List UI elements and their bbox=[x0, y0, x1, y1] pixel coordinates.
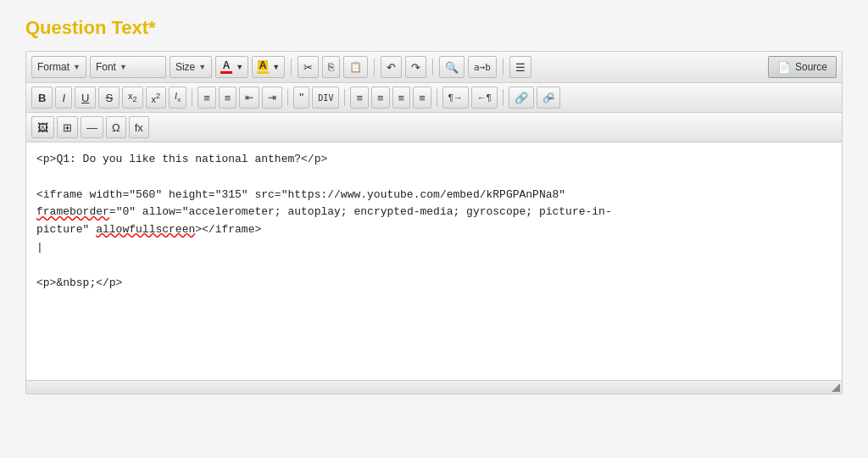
italic-icon: I bbox=[62, 92, 65, 104]
rtl-button[interactable]: ←¶ bbox=[471, 87, 498, 109]
horizontal-rule-button[interactable]: ― bbox=[81, 116, 103, 138]
link-icon: 🔗 bbox=[515, 92, 528, 104]
find-icon: 🔍 bbox=[445, 61, 459, 74]
format-select[interactable]: Format ▼ bbox=[31, 56, 86, 78]
content-line-5: picture" allowfullscreen></iframe> bbox=[36, 221, 832, 239]
size-select[interactable]: Size ▼ bbox=[170, 56, 212, 78]
indent-icon: ⇥ bbox=[268, 92, 276, 103]
outdent-button[interactable]: ⇤ bbox=[239, 87, 259, 109]
special-char-icon: Ω bbox=[112, 121, 120, 134]
font-color-icon: A bbox=[220, 60, 232, 74]
font-arrow-icon: ▼ bbox=[120, 63, 127, 71]
find-button[interactable]: 🔍 bbox=[439, 56, 465, 78]
redo-button[interactable]: ↷ bbox=[405, 56, 426, 78]
size-arrow-icon: ▼ bbox=[198, 63, 206, 71]
content-line-8: <p>&nbsp;</p> bbox=[36, 275, 832, 293]
spell-error-frameborder: frameborder bbox=[36, 205, 109, 218]
unlink-button[interactable]: 🔗̶ bbox=[537, 87, 560, 109]
hr-icon: ― bbox=[86, 121, 97, 134]
undo-icon: ↶ bbox=[387, 61, 396, 74]
image-icon: 🖼 bbox=[37, 121, 48, 134]
separator-4 bbox=[503, 59, 504, 75]
paste-button[interactable]: 📋 bbox=[343, 56, 368, 78]
content-line-2 bbox=[36, 169, 832, 187]
font-color-button[interactable]: A ▼ bbox=[215, 56, 248, 78]
align-center-icon: ≡ bbox=[377, 92, 384, 104]
div-button[interactable]: DIV bbox=[312, 87, 339, 109]
outdent-icon: ⇤ bbox=[245, 92, 253, 103]
justify-icon: ≡ bbox=[419, 92, 426, 104]
resize-handle[interactable] bbox=[832, 383, 840, 392]
separator-6 bbox=[287, 89, 288, 106]
find-replace-button[interactable]: a→b bbox=[468, 56, 497, 78]
align-left-icon: ≡ bbox=[356, 92, 363, 104]
content-line-1: <p>Q1: Do you like this national anthem?… bbox=[36, 151, 832, 169]
separator-1 bbox=[291, 59, 292, 75]
ltr-button[interactable]: ¶→ bbox=[442, 87, 469, 109]
link-button[interactable]: 🔗 bbox=[509, 87, 534, 109]
editor-container: Format ▼ Font ▼ Size ▼ A ▼ A ▼ bbox=[25, 51, 843, 394]
unordered-list-icon: ≡ bbox=[225, 92, 231, 104]
strikethrough-icon: S bbox=[105, 92, 113, 104]
highlight-arrow: ▼ bbox=[272, 63, 280, 71]
ordered-list-button[interactable]: ≡ bbox=[198, 87, 216, 109]
size-label: Size bbox=[175, 61, 195, 73]
strikethrough-button[interactable]: S bbox=[98, 87, 120, 109]
editor-content[interactable]: <p>Q1: Do you like this national anthem?… bbox=[26, 142, 842, 380]
bold-icon: B bbox=[38, 92, 46, 104]
bold-button[interactable]: B bbox=[31, 87, 53, 109]
separator-7 bbox=[344, 89, 345, 106]
content-line-4: frameborder="0" allow="accelerometer; au… bbox=[36, 204, 832, 221]
page-title: Question Text* bbox=[25, 17, 843, 39]
align-right-icon: ≡ bbox=[398, 92, 405, 104]
blockquote-button[interactable]: " bbox=[293, 87, 309, 109]
formula-button[interactable]: fx bbox=[129, 116, 149, 138]
indent-button[interactable]: ⇥ bbox=[262, 87, 282, 109]
justify-button[interactable]: ≡ bbox=[413, 87, 431, 109]
superscript-icon: x2 bbox=[152, 92, 161, 104]
format-label: Format bbox=[37, 61, 70, 73]
special-char-button[interactable]: Ω bbox=[106, 116, 126, 138]
image-button[interactable]: 🖼 bbox=[31, 116, 54, 138]
subscript-button[interactable]: x2 bbox=[122, 87, 143, 109]
redo-icon: ↷ bbox=[411, 61, 420, 74]
separator-9 bbox=[503, 89, 504, 106]
align-right-button[interactable]: ≡ bbox=[392, 87, 411, 109]
highlight-color-button[interactable]: A ▼ bbox=[252, 56, 285, 78]
subscript-icon: x2 bbox=[128, 91, 137, 103]
superscript-button[interactable]: x2 bbox=[146, 87, 167, 109]
highlight-color-icon: A bbox=[257, 60, 269, 74]
show-blocks-icon: ☰ bbox=[515, 61, 526, 74]
separator-5 bbox=[192, 89, 192, 106]
undo-button[interactable]: ↶ bbox=[381, 56, 402, 78]
separator-3 bbox=[432, 59, 433, 75]
cut-icon: ✂ bbox=[303, 61, 313, 74]
editor-resize-bar bbox=[26, 380, 842, 394]
unordered-list-button[interactable]: ≡ bbox=[219, 87, 237, 109]
font-label: Font bbox=[96, 61, 116, 73]
underline-icon: U bbox=[81, 92, 89, 104]
content-line-7 bbox=[36, 257, 832, 275]
align-left-button[interactable]: ≡ bbox=[350, 87, 369, 109]
formula-icon: fx bbox=[135, 121, 143, 134]
copy-icon: ⎘ bbox=[328, 61, 334, 73]
rtl-icon: ←¶ bbox=[477, 92, 492, 103]
table-icon: ⊞ bbox=[63, 121, 72, 134]
italic-button[interactable]: I bbox=[55, 87, 72, 109]
show-blocks-button[interactable]: ☰ bbox=[509, 56, 531, 78]
format-arrow-icon: ▼ bbox=[73, 63, 81, 71]
font-select[interactable]: Font ▼ bbox=[90, 56, 166, 78]
cut-button[interactable]: ✂ bbox=[298, 56, 319, 78]
source-label: Source bbox=[795, 61, 827, 73]
copy-button[interactable]: ⎘ bbox=[322, 56, 340, 78]
clear-format-icon: Ix bbox=[175, 91, 181, 103]
ltr-icon: ¶→ bbox=[448, 92, 463, 103]
underline-button[interactable]: U bbox=[75, 87, 96, 109]
clear-format-button[interactable]: Ix bbox=[169, 87, 186, 109]
table-button[interactable]: ⊞ bbox=[57, 116, 78, 138]
source-button[interactable]: 📄 Source bbox=[768, 56, 837, 78]
source-icon: 📄 bbox=[777, 61, 791, 74]
unlink-icon: 🔗̶ bbox=[542, 92, 554, 103]
align-center-button[interactable]: ≡ bbox=[371, 87, 390, 109]
separator-2 bbox=[374, 59, 375, 75]
